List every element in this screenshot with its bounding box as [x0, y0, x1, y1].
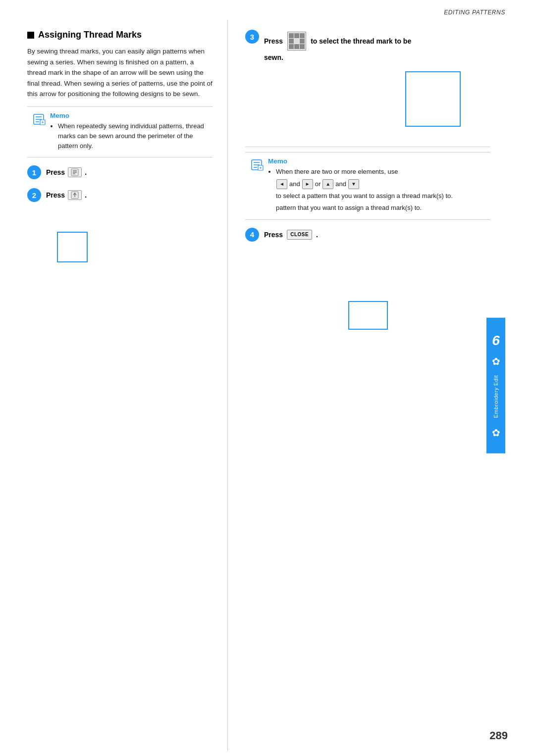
step-1-circle: 1 [27, 165, 41, 179]
step-2-circle: 2 [27, 188, 41, 202]
left-arrow-button[interactable]: ◄ [276, 179, 287, 189]
close-button[interactable]: CLOSE [287, 230, 312, 240]
left-preview-rect [57, 232, 88, 262]
memo-2-and-text-2: and [335, 179, 346, 190]
memo-1-bullet: When repeatedly sewing individual patter… [58, 121, 207, 151]
memo-2-title: Memo [268, 157, 484, 165]
down-arrow-button[interactable]: ▼ [348, 179, 359, 189]
memo-2-close-text: to select a pattern that you want to ass… [276, 191, 453, 202]
right-preview-rect-large [405, 71, 461, 127]
section-title-marker [27, 32, 34, 39]
step-2-suffix: . [85, 191, 87, 199]
step-4-circle: 4 [245, 228, 259, 242]
step-1-suffix: . [85, 168, 87, 176]
chapter-side-tab: 6 ✿ Embroidery Edit ✿ [486, 317, 505, 454]
left-column: Assigning Thread Marks By sewing thread … [0, 20, 228, 751]
chapter-number: 6 [492, 332, 500, 348]
memo-1-content: Memo When repeatedly sewing individual p… [50, 112, 207, 152]
step-2-row: 2 Press . [27, 188, 213, 202]
step-4-suffix: . [316, 231, 318, 239]
section-title: Assigning Thread Marks [27, 30, 213, 40]
memo-box-2: Memo When there are two or more elements… [245, 152, 490, 220]
step-2-label: Press [46, 191, 65, 199]
right-arrow-button[interactable]: ► [302, 179, 313, 189]
memo-1-title: Memo [50, 112, 207, 119]
step-4-row: 4 Press CLOSE . [245, 228, 490, 242]
step-2-button-icon[interactable] [68, 190, 82, 200]
step-1-content: Press . [46, 165, 87, 177]
bottom-preview-rect [348, 301, 388, 330]
step-1-label: Press [46, 168, 65, 176]
right-preview-area [245, 71, 461, 127]
memo-icon-1 [33, 113, 46, 126]
memo-2-or-text: or [315, 179, 321, 190]
memo-2-and-text: and [289, 179, 300, 190]
memo-2-content: Memo When there are two or more elements… [268, 157, 484, 214]
bottom-preview-area [245, 301, 490, 330]
memo-icon-2 [251, 158, 264, 171]
step-2-content: Press . [46, 188, 87, 200]
right-column: 3 Press to select the thread mark to be [228, 20, 505, 751]
step-3-label: Press [264, 37, 283, 45]
main-layout: Assigning Thread Marks By sewing thread … [0, 20, 535, 751]
up-arrow-button[interactable]: ▲ [322, 179, 333, 189]
memo-1-text: When repeatedly sewing individual patter… [50, 121, 207, 151]
page-number: 289 [489, 729, 508, 742]
step-3-row: 3 Press to select the thread mark to be [245, 30, 490, 50]
step-4-content: Press CLOSE . [264, 228, 318, 240]
chapter-label: Embroidery Edit [493, 375, 499, 418]
memo-2-intro: When there are two or more elements, use [276, 167, 398, 177]
memo-2-arrows-row: ◄ and ► or ▲ and ▼ to select a pattern t… [276, 179, 484, 202]
section-body: By sewing thread marks, you can easily a… [27, 46, 213, 100]
step-3-suffix-line: sewn. [264, 53, 490, 61]
step-3-middle: to select the thread mark to be [311, 37, 411, 45]
chapter-icon: ✿ [492, 355, 500, 367]
step-3-content: Press to select the thread mark to be [264, 30, 411, 50]
memo-2-remainder: pattern that you want to assign a thread… [276, 203, 484, 213]
chapter-icon-2: ✿ [492, 427, 500, 439]
divider-memo2 [245, 147, 490, 147]
memo-2-bullet: When there are two or more elements, use [276, 167, 484, 177]
thread-mark-grid-button[interactable] [287, 32, 306, 50]
memo-box-1: Memo When repeatedly sewing individual p… [27, 106, 213, 157]
step-4-label: Press [264, 231, 283, 239]
left-preview-area [27, 222, 213, 272]
step-1-button-icon[interactable] [68, 167, 82, 177]
section-title-text: Assigning Thread Marks [38, 30, 142, 40]
memo-2-text: When there are two or more elements, use… [268, 167, 484, 213]
step-3-circle: 3 [245, 30, 259, 44]
step-1-row: 1 Press . [27, 165, 213, 179]
page-header: EDITING PATTERNS [0, 0, 535, 20]
